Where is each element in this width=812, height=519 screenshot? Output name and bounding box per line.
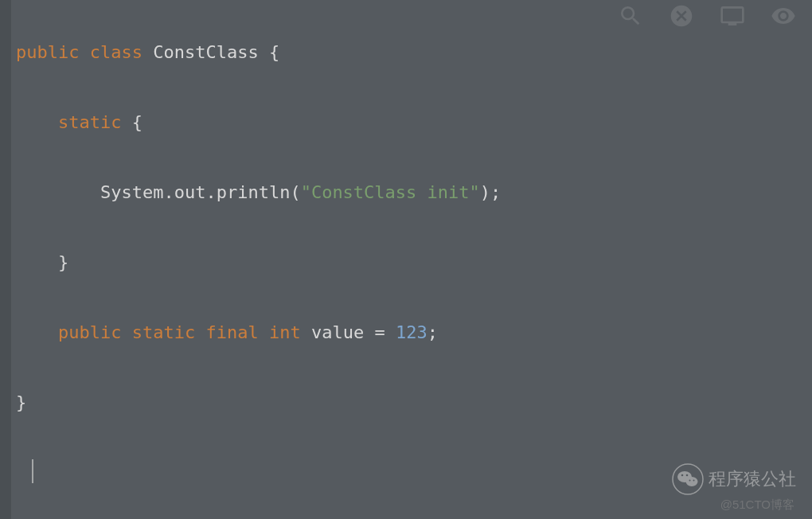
- code-line: }: [16, 385, 812, 420]
- close-circle-icon[interactable]: [669, 3, 694, 33]
- code-line: static {: [16, 105, 812, 140]
- code-line: System.out.println("ConstClass init");: [16, 175, 812, 210]
- code-editor[interactable]: public class ConstClass { static { Syste…: [0, 0, 812, 519]
- wechat-watermark: 程序猿公社: [672, 463, 796, 495]
- search-icon[interactable]: [618, 3, 643, 33]
- wechat-text: 程序猿公社: [709, 467, 796, 491]
- code-line: public class ConstClass {: [16, 35, 812, 70]
- svg-point-4: [686, 474, 689, 477]
- svg-point-6: [693, 480, 695, 482]
- eye-icon[interactable]: [771, 3, 796, 33]
- editor-toolbar: [618, 3, 796, 33]
- svg-point-2: [686, 477, 698, 486]
- monitor-icon[interactable]: [720, 3, 745, 33]
- svg-point-5: [689, 480, 691, 482]
- text-cursor: [32, 459, 33, 483]
- wechat-icon: [672, 463, 704, 495]
- editor-gutter: [0, 0, 11, 519]
- code-line: public static final int value = 123;: [16, 315, 812, 350]
- blog-watermark: @51CTO博客: [720, 498, 794, 513]
- svg-point-3: [681, 474, 684, 477]
- code-line: }: [16, 245, 812, 280]
